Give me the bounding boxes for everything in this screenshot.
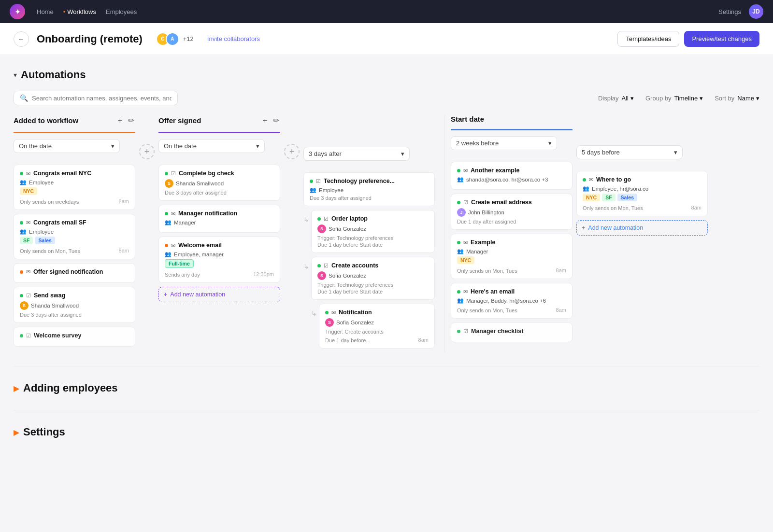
assignee-text: shanda@sora.co, hr@sora.co +3 <box>466 177 548 182</box>
column-start-date: Start date 2 weeks before ▾ ✉ Another ex… <box>451 115 576 352</box>
display-value[interactable]: All ▾ <box>622 95 634 102</box>
card-notification[interactable]: ✉ Notification S Sofia Gonzalez Trigger:… <box>319 304 435 349</box>
card-send-swag[interactable]: ☑ Send swag S Shanda Smallwood Due 3 day… <box>14 287 135 323</box>
card-tech-preference[interactable]: ☑ Technology preference... 👥 Employee Du… <box>303 172 435 206</box>
task-icon: ☑ <box>316 178 321 184</box>
kanban-board: Added to workflow + ✏ On the date ▾ ✉ Co <box>14 115 759 352</box>
tag-nyc: NYC <box>457 256 474 264</box>
card-welcome-survey[interactable]: ☑ Welcome survey <box>14 327 135 347</box>
card-complete-bg-check[interactable]: ☑ Complete bg check S Shanda Smallwood D… <box>158 165 280 201</box>
invite-collaborators-link[interactable]: Invite collaborators <box>207 35 260 42</box>
card-title: Welcome email <box>178 242 222 249</box>
time-selector-3days[interactable]: 3 days after ▾ <box>303 147 410 161</box>
add-automation-offer-signed[interactable]: + Add new automation <box>158 287 280 302</box>
card-manager-checklist[interactable]: ☑ Manager checklist <box>451 322 573 342</box>
adding-employees-section[interactable]: ▶ Adding employees <box>14 380 759 396</box>
subcol-header-2weeks: 2 weeks before ▾ <box>451 136 573 156</box>
assignee-text: Employee, manager <box>174 252 224 257</box>
column-3-days-after: 3 days after ▾ ☑ Technology preference..… <box>303 115 439 352</box>
header-actions: Templates/ideas Preview/test changes <box>617 31 759 47</box>
edit-column-button[interactable]: ✏ <box>272 115 280 126</box>
time-selector-1[interactable]: On the date ▾ <box>14 139 120 153</box>
card-schedule: Only sends on weekdays <box>20 199 79 205</box>
edit-column-button[interactable]: ✏ <box>127 115 135 126</box>
status-dot <box>457 169 460 172</box>
assignee-text: Manager <box>466 249 488 254</box>
nav-workflows[interactable]: Workflows <box>63 6 96 17</box>
trigger-text: Trigger: Technology preferences <box>317 282 429 288</box>
card-create-accounts[interactable]: ☑ Create accounts S Sofia Gonzalez Trigg… <box>311 257 435 300</box>
trigger-text: Trigger: Technology preferences <box>317 235 429 241</box>
sortby-value[interactable]: Name ▾ <box>737 95 759 102</box>
card-due: Due 1 day after assigned <box>457 219 566 224</box>
preview-button[interactable]: Preview/test changes <box>684 31 759 47</box>
status-dot <box>457 330 460 333</box>
add-column-button-1[interactable]: + <box>139 144 155 159</box>
top-navigation: ✦ Home Workflows Employees Settings JD <box>0 0 773 23</box>
card-title: Create email address <box>471 199 532 206</box>
time-selector-chevron-icon: ▾ <box>401 150 404 157</box>
card-due: Due 3 days after assigned <box>20 312 129 318</box>
settings-chevron: ▶ <box>14 428 19 437</box>
add-column-1: + <box>139 115 158 352</box>
groupby-label: Group by <box>645 95 671 102</box>
card-example[interactable]: ✉ Example 👥 Manager NYC Only sends on Mo… <box>451 234 573 279</box>
status-dot <box>165 244 168 247</box>
status-dot <box>165 212 168 215</box>
automations-section-header[interactable]: ▾ Automations <box>14 69 759 81</box>
templates-button[interactable]: Templates/ideas <box>617 31 679 47</box>
add-subcol-button[interactable]: + <box>117 115 123 126</box>
time-selector-2[interactable]: On the date ▾ <box>158 139 265 153</box>
subcol-header-on-the-date-1: On the date ▾ <box>14 139 135 159</box>
assignee-text: Manager <box>174 220 196 225</box>
card-title: Notification <box>339 309 372 316</box>
task-icon: ☑ <box>324 263 329 269</box>
card-offer-signed-notif[interactable]: ✉ Offer signed notification <box>14 263 135 283</box>
subcol-header-5days: 5 days before ▾ <box>576 145 708 165</box>
people-icon: 👥 <box>457 248 464 254</box>
time-selector-chevron-icon: ▾ <box>674 149 677 156</box>
add-subcol-button[interactable]: + <box>262 115 268 126</box>
card-title: Congrats email SF <box>33 219 86 226</box>
search-input[interactable] <box>32 95 172 102</box>
card-order-laptop[interactable]: ☑ Order laptop S Sofia Gonzalez Trigger:… <box>311 210 435 253</box>
card-manager-notification[interactable]: ✉ Manager notification 👥 Manager <box>158 205 280 233</box>
add-icon: + <box>582 224 585 231</box>
card-congrats-sf[interactable]: ✉ Congrats email SF 👥 Employee SF Sales … <box>14 214 135 259</box>
card-create-email-address[interactable]: ☑ Create email address J John Billington… <box>451 194 573 230</box>
email-icon: ✉ <box>171 210 175 217</box>
search-icon: 🔍 <box>20 94 28 102</box>
search-box[interactable]: 🔍 <box>14 91 178 105</box>
card-schedule: Only sends on Mon, Tues <box>457 308 517 313</box>
status-dot <box>20 334 23 337</box>
card-welcome-email[interactable]: ✉ Welcome email 👥 Employee, manager Full… <box>158 237 280 283</box>
indent-connector: ↳ <box>311 304 317 317</box>
nav-home[interactable]: Home <box>37 6 54 17</box>
time-selector-5days[interactable]: 5 days before ▾ <box>576 145 683 159</box>
column-title: Offer signed <box>158 116 201 125</box>
status-dot <box>20 270 23 274</box>
nav-employees[interactable]: Employees <box>106 6 137 17</box>
add-automation-start-date[interactable]: + Add new automation <box>576 220 708 236</box>
column-header-added-to-workflow: Added to workflow + ✏ <box>14 115 135 133</box>
card-title: Here's an email <box>471 288 515 295</box>
page-title: Onboarding (remote) <box>37 33 143 45</box>
add-column-button-2[interactable]: + <box>284 144 300 159</box>
card-due: Due 1 day before Start date <box>317 289 429 294</box>
email-icon: ✉ <box>463 239 468 246</box>
status-dot <box>457 241 460 244</box>
time-selector-2weeks[interactable]: 2 weeks before ▾ <box>451 136 557 150</box>
groupby-value[interactable]: Timeline ▾ <box>674 95 703 102</box>
status-dot <box>583 178 586 182</box>
collaborator-avatars: C A <box>156 32 179 46</box>
tag-full-time: Full-time <box>165 259 194 268</box>
settings-link[interactable]: Settings <box>718 8 741 15</box>
user-avatar[interactable]: JD <box>749 4 763 19</box>
card-heres-an-email[interactable]: ✉ Here's an email 👥 Manager, Buddy, hr@s… <box>451 283 573 319</box>
back-button[interactable]: ← <box>14 31 29 47</box>
card-congrats-nyc[interactable]: ✉ Congrats email NYC 👥 Employee NYC Only… <box>14 165 135 210</box>
card-where-to-go[interactable]: ✉ Where to go 👥 Employee, hr@sora.co NYC… <box>576 171 708 216</box>
settings-section[interactable]: ▶ Settings <box>14 424 759 440</box>
card-another-example[interactable]: ✉ Another example 👥 shanda@sora.co, hr@s… <box>451 162 573 190</box>
column-actions: + ✏ <box>262 115 280 126</box>
